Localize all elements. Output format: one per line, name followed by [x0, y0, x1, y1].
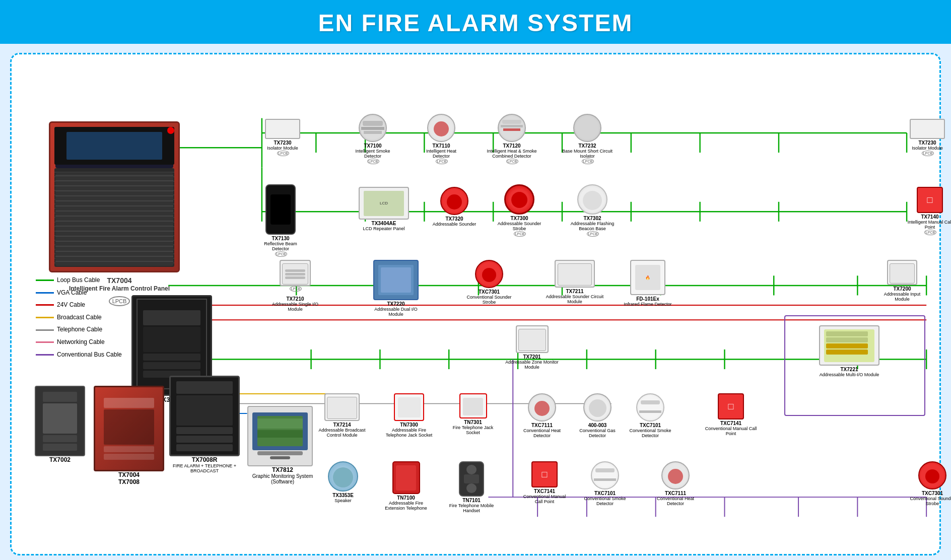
tx7100-model: TX7100	[350, 143, 395, 149]
fd101ex-image: 🔥	[630, 260, 665, 295]
tx7211-device: TX7211 Addressable Sounder Circuit Modul…	[545, 260, 605, 304]
tx7008r-name: FIRE ALARM + TELEPHONE + BROADCAST	[169, 463, 240, 473]
tx7140-name: Intelligent Manual Call Point	[907, 220, 951, 230]
tn7100-name: Addressable Fire Extension Telephone	[378, 501, 434, 511]
tx3404ae-device: LCD TX3404AE LCD Repeater Panel	[356, 187, 412, 231]
tx7120-device: TX7120 Intelligent Heat & Smoke Combined…	[484, 114, 539, 168]
txc7301-conv-device: TXC7301 Conventional Sounder Strobe	[464, 260, 514, 305]
tx7812-name: Graphic Monitoring System (Software)	[247, 473, 318, 484]
tx7004-7008-model: TX7004 TX7008	[94, 471, 164, 485]
tx7130-name: Reflective Beam Detector	[255, 241, 306, 251]
tn7300-device: TN7300 Addressable Fire Telephone Jack S…	[381, 393, 437, 438]
legend-label-conventional-bus: Conventional Bus Cable	[57, 349, 122, 361]
tx7200-model: TX7200	[877, 286, 927, 292]
tx7120-name: Intelligent Heat & Smoke Combined Detect…	[484, 149, 539, 159]
tx7100-name: Intelligent Smoke Detector	[350, 149, 395, 159]
tx7211-name: Addressable Sounder Circuit Module	[545, 294, 605, 304]
tx7002-image	[35, 386, 85, 456]
lpcb-badge-main: LPCB	[109, 296, 130, 306]
tn7100-image	[392, 461, 420, 494]
txc7101-bottom-device: TXC7101 Conventional Smoke Detector	[580, 461, 630, 506]
txc7101-smoke-device: TXC7101 Conventional Smoke Detector	[625, 393, 675, 438]
tx7002-device: TX7002	[35, 386, 85, 463]
txc7111-bottom-image	[661, 461, 690, 489]
tx7232-device: TX7232 Base Mount Short Circuit Isolator…	[560, 114, 615, 168]
txc7301-bottom-image	[918, 461, 946, 489]
tx7200-name: Addressable Input Module	[877, 292, 927, 302]
tx7221-name: Addressable Multi-I/O Module	[817, 372, 882, 377]
tx7140-device: TX7140 Intelligent Manual Call Point LPC…	[907, 187, 951, 239]
txc7111-heat-name: Conventional Heat Detector	[517, 428, 567, 438]
tx3353e-name: Speaker	[320, 498, 366, 503]
tx7302-image	[577, 184, 607, 215]
txc7301-bottom-device: TXC7301 Conventional Sounder Strobe	[907, 461, 951, 506]
tx7210-model: TX7210	[267, 296, 323, 302]
fd101ex-device: 🔥 FD-101Ex Infrared Flame Detector	[620, 260, 675, 307]
tx7230-2-model: TX7230	[907, 140, 947, 146]
txc7301-conv-image	[475, 260, 503, 288]
tn7101-device: TN7101 Fire Telephone Mobile Handset	[446, 461, 497, 513]
tx7201-model: TX7201	[504, 354, 560, 360]
tx7220-image	[368, 260, 424, 300]
tn7301-model: TN7301	[448, 419, 498, 425]
txc7141-mcp-image	[718, 393, 744, 419]
txc7101-smoke-image	[636, 393, 664, 422]
tx7221-image	[819, 325, 879, 366]
txc7141-bottom-image	[531, 461, 558, 487]
tx7221-device: TX7221 Addressable Multi-I/O Module	[817, 325, 882, 377]
tx7302-device: TX7302 Addressable Flashing Beacon Base …	[565, 184, 620, 240]
tx7100-device: TX7100 Intelligent Smoke Detector LPCB	[350, 114, 395, 168]
tx3404ae-name: LCD Repeater Panel	[356, 226, 412, 231]
tx7320-device: TX7320 Addressable Sounder	[432, 187, 477, 227]
panel-image	[49, 121, 180, 272]
tx7004-7008-device: TX7004 TX7008	[94, 386, 164, 485]
tx7140-image	[917, 187, 943, 213]
legend-broadcast: Broadcast Cable	[36, 312, 122, 323]
tx7230-2-name: Isolator Module	[907, 146, 947, 151]
lpcb-tx7300: LPCB	[514, 231, 526, 237]
tx7232-image	[573, 114, 601, 142]
tx7201-name: Addressable Zone Monitor Module	[504, 360, 560, 370]
tx7002-model: TX7002	[35, 456, 85, 463]
tx7130-image	[265, 184, 296, 235]
page-title: EN FIRE ALARM SYSTEM	[0, 9, 951, 37]
tn7300-name: Addressable Fire Telephone Jack Socket	[381, 428, 437, 438]
legend-telephone: Telephone Cable	[36, 324, 122, 335]
lpcb-tx7100: LPCB	[367, 159, 379, 164]
tx7008r-image	[169, 376, 240, 456]
tx7110-model: TX7110	[419, 143, 464, 149]
tx7320-name: Addressable Sounder	[432, 222, 477, 227]
diagram-area: Loop Bus Cable VGA Cable 24V Cable Broad…	[21, 63, 930, 547]
tx7110-device: TX7110 Intelligent Heat Detector LPCB	[419, 114, 464, 168]
main-panel-name: Intelligent Fire Alarm Control Panel	[49, 285, 190, 293]
tx7220-model: TX7220	[368, 301, 424, 307]
tx7300-image	[504, 184, 534, 215]
gas-400003-name: Conventional Gas Detector	[572, 428, 623, 438]
tx7320-image	[440, 187, 468, 215]
txc7111-bottom-device: TXC7111 Conventional Heat Detector	[650, 461, 701, 506]
txc7141-mcp-model: TXC7141	[703, 421, 759, 426]
tn7301-image	[459, 393, 487, 418]
lpcb-tx7302: LPCB	[587, 231, 599, 237]
txc7301-bottom-model: TXC7301	[907, 491, 951, 496]
tn7301-device: TN7301 Fire Telephone Jack Socket	[448, 393, 498, 435]
gas-400003-device: 400-003 Conventional Gas Detector	[572, 393, 623, 438]
tx7300-model: TX7300	[494, 216, 545, 221]
txc7111-bottom-name: Conventional Heat Detector	[650, 496, 701, 506]
tx7214-image	[324, 393, 360, 421]
txc7301-conv-model: TXC7301	[464, 289, 514, 295]
tx7214-device: TX7214 Addressable Broadcast Control Mod…	[312, 393, 372, 438]
tx7210-image	[280, 260, 311, 286]
page-header: EN FIRE ALARM SYSTEM	[0, 0, 951, 44]
tn7300-model: TN7300	[381, 422, 437, 428]
tx7220-name: Addressable Dual I/O Module	[368, 307, 424, 317]
tx7211-model: TX7211	[545, 289, 605, 294]
tx7120-image	[498, 114, 526, 142]
tx7812-model: TX7812	[247, 466, 318, 473]
lpcb-tx7120: LPCB	[506, 159, 518, 164]
tx7220-device: TX7220 Addressable Dual I/O Module	[368, 260, 424, 317]
gas-400003-model: 400-003	[572, 423, 623, 428]
tx7201-image	[516, 325, 549, 353]
txc7141-bottom-model: TXC7141	[519, 488, 570, 494]
tn7100-device: TN7100 Addressable Fire Extension Teleph…	[378, 461, 434, 511]
